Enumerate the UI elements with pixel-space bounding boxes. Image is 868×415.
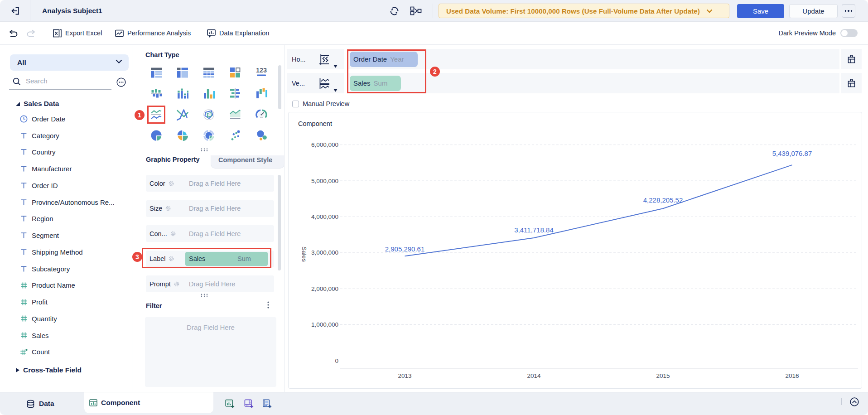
field-item-category[interactable]: Category: [20, 131, 59, 140]
tab-data-label: Data: [39, 400, 54, 408]
section-drag-handle[interactable]: [201, 148, 208, 151]
chart-type-column[interactable]: [203, 87, 215, 99]
vertical-shelf[interactable]: [348, 73, 839, 93]
filter-drop-zone[interactable]: Drag Field Here: [145, 317, 276, 387]
field-item-region[interactable]: Region: [20, 214, 53, 223]
property-placeholder: Drag Field Here: [189, 275, 235, 292]
table-scope-select[interactable]: All: [10, 54, 129, 71]
tab-component-label: Component: [101, 399, 140, 407]
chart-type-waterfall[interactable]: [256, 87, 267, 99]
chart-type-combo-line[interactable]: [177, 109, 188, 121]
update-button[interactable]: Update: [789, 4, 838, 18]
scrollbar[interactable]: [278, 65, 281, 109]
tab-graphic-property[interactable]: Graphic Property: [146, 156, 199, 163]
chart-type-kpi-card[interactable]: [229, 67, 241, 78]
chart-type-area[interactable]: [229, 109, 241, 121]
chart-type-radar[interactable]: [203, 109, 215, 121]
chart-type-cross-table[interactable]: [203, 67, 215, 78]
field-settings-button[interactable]: [116, 77, 126, 87]
property-row-color[interactable]: ColorDrag a Field Here: [146, 175, 274, 192]
add-component-button[interactable]: [225, 392, 235, 415]
redo-icon: [27, 29, 35, 37]
chart-type-rose[interactable]: [203, 130, 215, 141]
performance-chart-icon: [115, 29, 124, 38]
clear-horizontal-shelf-button[interactable]: [841, 49, 862, 69]
field-item-order-id[interactable]: Order ID: [20, 181, 58, 190]
field-item-shipping-method[interactable]: Shipping Method: [20, 247, 83, 256]
property-row-label[interactable]: LabelSalesSum: [146, 251, 274, 267]
more-actions-button[interactable]: [842, 4, 855, 18]
expanded-triangle-icon: [16, 102, 20, 106]
performance-analysis-button[interactable]: Performance Analysis: [115, 22, 191, 44]
property-row-size[interactable]: SizeDrag a Field Here: [146, 200, 274, 217]
y-axis-title: Sales: [301, 246, 308, 262]
chevron-up-circle-icon: [850, 397, 859, 406]
line-chart[interactable]: 01,000,0002,000,0003,000,0004,000,0005,0…: [289, 112, 862, 388]
label-field-pill[interactable]: SalesSum: [185, 252, 268, 266]
property-row-prompt[interactable]: PromptDrag Field Here: [146, 275, 274, 292]
chart-type-pie[interactable]: [150, 130, 162, 141]
field-item-province-autonomous-re[interactable]: Province/Autonomous Re...: [20, 198, 115, 207]
add-report-button[interactable]: [262, 392, 272, 415]
save-button[interactable]: Save: [737, 4, 784, 18]
caret-down-icon[interactable]: [333, 89, 338, 92]
field-item-segment[interactable]: Segment: [20, 231, 59, 240]
chart-type-bubble[interactable]: [256, 130, 267, 141]
property-row-con[interactable]: Con...Drag a Field Here: [146, 225, 274, 242]
chart-type-scatter[interactable]: [229, 130, 241, 141]
field-name: Product Name: [32, 281, 75, 289]
search-input[interactable]: Search: [9, 73, 111, 90]
chart-type-grouped-table[interactable]: [150, 67, 162, 78]
tab-component-style-label[interactable]: Component Style: [218, 156, 272, 164]
chart-type-indicator[interactable]: 123: [256, 67, 267, 78]
field-item-quantity[interactable]: Quantity: [20, 314, 57, 323]
data-explanation-button[interactable]: Data Explanation: [207, 22, 269, 44]
field-item-subcategory[interactable]: Subcategory: [20, 264, 70, 273]
rose-icon: [203, 130, 215, 141]
add-dashboard-button[interactable]: [244, 392, 254, 415]
manual-preview-checkbox[interactable]: [292, 101, 299, 107]
undo-button[interactable]: [9, 22, 18, 44]
dark-preview-toggle[interactable]: [840, 29, 858, 37]
field-item-sales[interactable]: Sales: [20, 331, 49, 340]
redo-button[interactable]: [27, 22, 35, 44]
collapse-panel-button[interactable]: [9, 5, 22, 17]
bidirectional-bar-icon: [229, 87, 241, 99]
field-item-manufacturer[interactable]: Manufacturer: [20, 164, 72, 174]
chart-type-stacked-column[interactable]: [177, 87, 188, 99]
scrollbar[interactable]: [278, 175, 281, 270]
tree-node-sales-data[interactable]: Sales Data: [16, 99, 59, 109]
chart-type-bidirectional-bar[interactable]: [229, 87, 241, 99]
refresh-button[interactable]: [388, 5, 400, 17]
chart-type-pos-neg-bar[interactable]: [150, 87, 162, 99]
horizontal-shelf[interactable]: [348, 49, 839, 69]
clear-vertical-shelf-button[interactable]: [841, 73, 862, 93]
lineage-button[interactable]: [409, 5, 423, 17]
filter-menu-icon[interactable]: [267, 301, 269, 309]
field-pill-sales[interactable]: Sales Sum: [350, 76, 401, 91]
chart-type-title: Chart Type: [145, 51, 179, 58]
tab-component[interactable]: Component: [84, 392, 213, 413]
field-name: Count: [32, 348, 50, 356]
field-item-product-name[interactable]: Product Name: [20, 281, 75, 290]
field-name: Segment: [32, 232, 59, 239]
field-item-count[interactable]: Count: [20, 347, 50, 357]
export-excel-button[interactable]: Export Excel: [53, 22, 102, 44]
chart-type-gauge[interactable]: [256, 109, 267, 121]
add-dashboard-icon: [244, 399, 254, 409]
collapse-bottom-panel-button[interactable]: [850, 397, 859, 406]
chart-type-detail-table[interactable]: [177, 67, 188, 78]
section-drag-handle[interactable]: [201, 294, 208, 297]
chart-type-multi-pie[interactable]: [177, 130, 188, 141]
field-item-country[interactable]: Country: [20, 148, 56, 157]
caret-down-icon[interactable]: [333, 65, 338, 68]
horizontal-axis-icon: [317, 53, 331, 66]
field-item-order-date[interactable]: Order Date: [20, 114, 65, 123]
tab-data[interactable]: Data: [26, 392, 54, 415]
manual-preview-option[interactable]: Manual Preview: [292, 100, 349, 107]
data-volume-banner[interactable]: Used Data Volume: First 10000,000 Rows (…: [439, 4, 729, 18]
tree-node-cross-table-field[interactable]: Cross-Table Field: [16, 365, 82, 375]
chart-type-line-selected[interactable]: [150, 109, 162, 121]
field-pill-order-date[interactable]: Order Date Year: [350, 52, 418, 67]
field-item-profit[interactable]: Profit: [20, 298, 48, 307]
